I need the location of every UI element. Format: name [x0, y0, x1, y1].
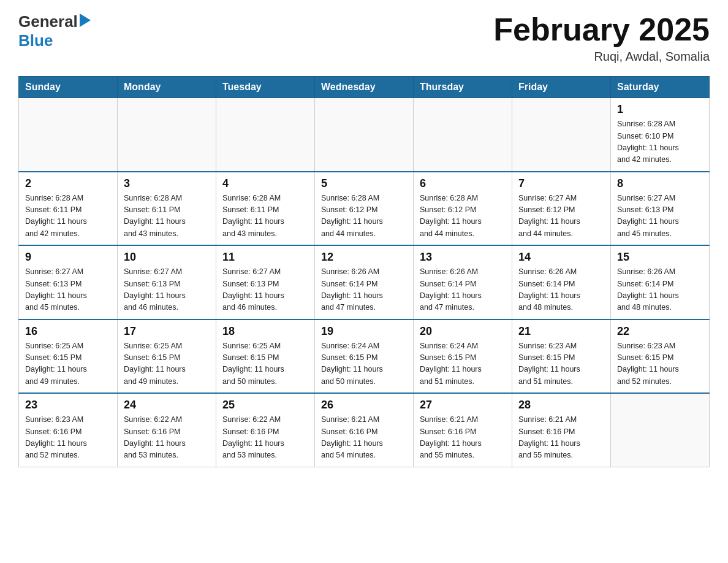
logo-general: General [18, 12, 78, 31]
weekday-header-row: SundayMondayTuesdayWednesdayThursdayFrid… [19, 77, 710, 98]
day-info: Sunrise: 6:21 AM Sunset: 6:16 PM Dayligh… [420, 414, 506, 462]
day-info: Sunrise: 6:21 AM Sunset: 6:16 PM Dayligh… [518, 414, 604, 462]
calendar-cell: 16Sunrise: 6:25 AM Sunset: 6:15 PM Dayli… [19, 320, 118, 394]
calendar-cell: 27Sunrise: 6:21 AM Sunset: 6:16 PM Dayli… [414, 393, 512, 467]
calendar-cell: 1Sunrise: 6:28 AM Sunset: 6:10 PM Daylig… [611, 98, 710, 172]
location: Ruqi, Awdal, Somalia [493, 50, 710, 64]
day-info: Sunrise: 6:28 AM Sunset: 6:11 PM Dayligh… [124, 193, 210, 240]
weekday-thursday: Thursday [414, 77, 512, 98]
day-number: 2 [25, 177, 111, 190]
calendar-week-row: 2Sunrise: 6:28 AM Sunset: 6:11 PM Daylig… [19, 172, 710, 246]
day-info: Sunrise: 6:25 AM Sunset: 6:15 PM Dayligh… [222, 340, 308, 388]
weekday-saturday: Saturday [611, 77, 710, 98]
day-info: Sunrise: 6:28 AM Sunset: 6:10 PM Dayligh… [617, 118, 703, 166]
day-number: 24 [124, 399, 210, 412]
day-info: Sunrise: 6:27 AM Sunset: 6:13 PM Dayligh… [124, 266, 210, 314]
day-info: Sunrise: 6:27 AM Sunset: 6:12 PM Dayligh… [518, 193, 604, 240]
calendar-cell: 3Sunrise: 6:28 AM Sunset: 6:11 PM Daylig… [118, 172, 216, 246]
calendar-cell: 7Sunrise: 6:27 AM Sunset: 6:12 PM Daylig… [512, 172, 611, 246]
calendar-week-row: 9Sunrise: 6:27 AM Sunset: 6:13 PM Daylig… [19, 245, 710, 320]
day-number: 28 [518, 399, 604, 412]
calendar-cell [414, 98, 512, 172]
calendar-cell: 26Sunrise: 6:21 AM Sunset: 6:16 PM Dayli… [315, 393, 414, 467]
day-number: 10 [124, 251, 210, 264]
day-number: 8 [617, 177, 703, 190]
day-number: 4 [222, 177, 308, 190]
day-number: 3 [124, 177, 210, 190]
day-info: Sunrise: 6:26 AM Sunset: 6:14 PM Dayligh… [518, 266, 604, 314]
page-header: General Blue February 2025 Ruqi, Awdal, … [18, 12, 710, 64]
day-info: Sunrise: 6:21 AM Sunset: 6:16 PM Dayligh… [321, 414, 407, 462]
calendar-cell [19, 98, 118, 172]
day-number: 7 [518, 177, 604, 190]
weekday-wednesday: Wednesday [315, 77, 414, 98]
day-number: 27 [420, 399, 506, 412]
day-info: Sunrise: 6:27 AM Sunset: 6:13 PM Dayligh… [617, 193, 703, 240]
day-number: 9 [25, 251, 111, 264]
svg-marker-0 [80, 13, 91, 27]
day-number: 25 [222, 399, 308, 412]
calendar-cell: 13Sunrise: 6:26 AM Sunset: 6:14 PM Dayli… [414, 245, 512, 320]
weekday-friday: Friday [512, 77, 611, 98]
calendar-cell: 28Sunrise: 6:21 AM Sunset: 6:16 PM Dayli… [512, 393, 611, 467]
day-number: 20 [420, 325, 506, 338]
calendar-cell: 20Sunrise: 6:24 AM Sunset: 6:15 PM Dayli… [414, 320, 512, 394]
calendar-cell: 21Sunrise: 6:23 AM Sunset: 6:15 PM Dayli… [512, 320, 611, 394]
calendar-table: SundayMondayTuesdayWednesdayThursdayFrid… [18, 76, 710, 467]
day-info: Sunrise: 6:26 AM Sunset: 6:14 PM Dayligh… [420, 266, 506, 314]
calendar-cell [118, 98, 216, 172]
day-number: 19 [321, 325, 407, 338]
day-info: Sunrise: 6:26 AM Sunset: 6:14 PM Dayligh… [617, 266, 703, 314]
day-info: Sunrise: 6:24 AM Sunset: 6:15 PM Dayligh… [321, 340, 407, 388]
day-number: 5 [321, 177, 407, 190]
day-info: Sunrise: 6:25 AM Sunset: 6:15 PM Dayligh… [25, 340, 111, 388]
day-info: Sunrise: 6:25 AM Sunset: 6:15 PM Dayligh… [124, 340, 210, 388]
day-number: 23 [25, 399, 111, 412]
day-info: Sunrise: 6:24 AM Sunset: 6:15 PM Dayligh… [420, 340, 506, 388]
weekday-monday: Monday [118, 77, 216, 98]
day-info: Sunrise: 6:28 AM Sunset: 6:12 PM Dayligh… [321, 193, 407, 240]
title-section: February 2025 Ruqi, Awdal, Somalia [493, 12, 710, 64]
calendar-header: SundayMondayTuesdayWednesdayThursdayFrid… [19, 77, 710, 98]
day-number: 12 [321, 251, 407, 264]
calendar-cell: 17Sunrise: 6:25 AM Sunset: 6:15 PM Dayli… [118, 320, 216, 394]
day-info: Sunrise: 6:22 AM Sunset: 6:16 PM Dayligh… [222, 414, 308, 462]
day-number: 15 [617, 251, 703, 264]
logo-arrow-icon [80, 12, 91, 31]
calendar-cell: 19Sunrise: 6:24 AM Sunset: 6:15 PM Dayli… [315, 320, 414, 394]
calendar-cell: 12Sunrise: 6:26 AM Sunset: 6:14 PM Dayli… [315, 245, 414, 320]
calendar-cell: 9Sunrise: 6:27 AM Sunset: 6:13 PM Daylig… [19, 245, 118, 320]
calendar-week-row: 23Sunrise: 6:23 AM Sunset: 6:16 PM Dayli… [19, 393, 710, 467]
calendar-cell: 2Sunrise: 6:28 AM Sunset: 6:11 PM Daylig… [19, 172, 118, 246]
day-info: Sunrise: 6:28 AM Sunset: 6:12 PM Dayligh… [420, 193, 506, 240]
calendar-cell [611, 393, 710, 467]
day-number: 22 [617, 325, 703, 338]
day-number: 16 [25, 325, 111, 338]
calendar-body: 1Sunrise: 6:28 AM Sunset: 6:10 PM Daylig… [19, 98, 710, 467]
calendar-cell: 6Sunrise: 6:28 AM Sunset: 6:12 PM Daylig… [414, 172, 512, 246]
calendar-cell: 22Sunrise: 6:23 AM Sunset: 6:15 PM Dayli… [611, 320, 710, 394]
calendar-cell [315, 98, 414, 172]
logo: General Blue [18, 12, 91, 50]
calendar-cell: 11Sunrise: 6:27 AM Sunset: 6:13 PM Dayli… [216, 245, 315, 320]
calendar-week-row: 16Sunrise: 6:25 AM Sunset: 6:15 PM Dayli… [19, 320, 710, 394]
calendar-cell: 25Sunrise: 6:22 AM Sunset: 6:16 PM Dayli… [216, 393, 315, 467]
calendar-cell: 5Sunrise: 6:28 AM Sunset: 6:12 PM Daylig… [315, 172, 414, 246]
weekday-sunday: Sunday [19, 77, 118, 98]
day-number: 21 [518, 325, 604, 338]
month-title: February 2025 [493, 12, 710, 47]
calendar-cell: 4Sunrise: 6:28 AM Sunset: 6:11 PM Daylig… [216, 172, 315, 246]
day-info: Sunrise: 6:23 AM Sunset: 6:15 PM Dayligh… [518, 340, 604, 388]
day-info: Sunrise: 6:22 AM Sunset: 6:16 PM Dayligh… [124, 414, 210, 462]
calendar-cell: 14Sunrise: 6:26 AM Sunset: 6:14 PM Dayli… [512, 245, 611, 320]
calendar-cell: 24Sunrise: 6:22 AM Sunset: 6:16 PM Dayli… [118, 393, 216, 467]
day-info: Sunrise: 6:23 AM Sunset: 6:15 PM Dayligh… [617, 340, 703, 388]
logo-blue: Blue [18, 31, 53, 50]
day-info: Sunrise: 6:27 AM Sunset: 6:13 PM Dayligh… [25, 266, 111, 314]
weekday-tuesday: Tuesday [216, 77, 315, 98]
calendar-cell [512, 98, 611, 172]
day-number: 11 [222, 251, 308, 264]
day-number: 6 [420, 177, 506, 190]
day-info: Sunrise: 6:27 AM Sunset: 6:13 PM Dayligh… [222, 266, 308, 314]
calendar-cell: 18Sunrise: 6:25 AM Sunset: 6:15 PM Dayli… [216, 320, 315, 394]
